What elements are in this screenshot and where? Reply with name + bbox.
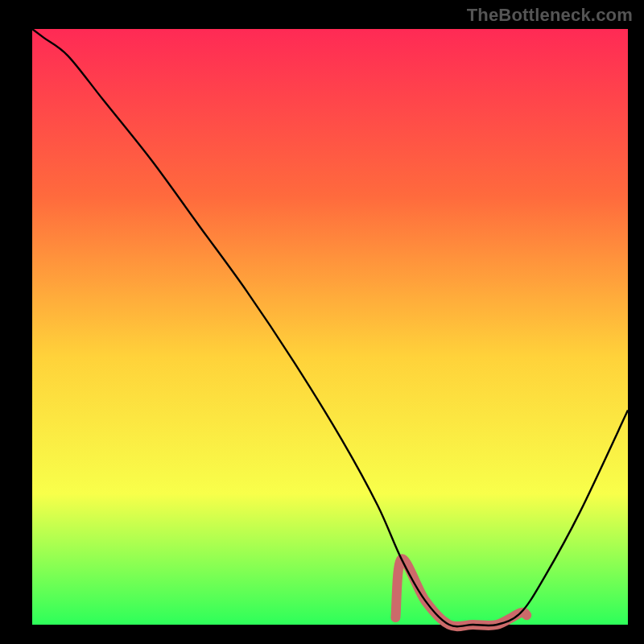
plot-svg [0,0,644,644]
chart-stage: TheBottleneck.com [0,0,644,644]
gradient-field [32,29,628,625]
watermark-text: TheBottleneck.com [467,5,633,26]
